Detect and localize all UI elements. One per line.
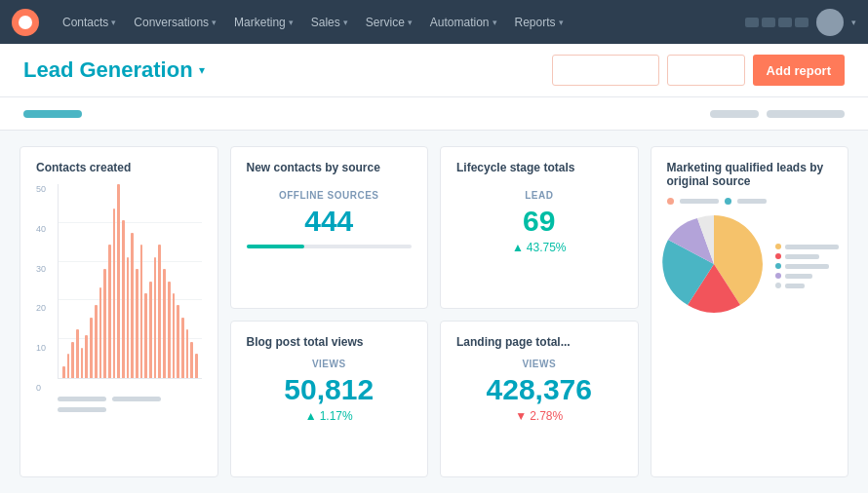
bar — [71, 342, 74, 378]
nav-app-switcher[interactable] — [745, 18, 809, 27]
chevron-down-icon: ▾ — [851, 18, 856, 27]
blog-sub-label: VIEWS — [247, 359, 413, 369]
legend-dot — [725, 198, 731, 205]
contacts-created-title: Contacts created — [36, 161, 202, 174]
legend-item — [775, 263, 839, 269]
bar — [95, 305, 98, 378]
pie-chart-container — [667, 210, 833, 318]
page-title: Lead Generation — [23, 57, 193, 83]
hubspot-logo[interactable] — [12, 9, 39, 36]
legend-item — [775, 273, 839, 279]
bar — [76, 329, 79, 378]
bar — [113, 209, 116, 378]
bar — [144, 293, 147, 378]
bar — [163, 269, 166, 378]
y-axis: 50 40 30 20 10 0 — [36, 184, 54, 393]
bar — [131, 233, 134, 378]
bar — [90, 318, 93, 378]
bar — [99, 287, 102, 378]
filter-bar — [0, 97, 868, 131]
blog-title: Blog post total views — [247, 335, 413, 349]
legend-item — [775, 283, 839, 288]
contacts-created-card: Contacts created 50 40 30 20 10 0 — [20, 146, 218, 477]
navbar: Contacts ▾ Conversations ▾ Marketing ▾ S… — [0, 0, 868, 44]
filter-option-1 — [710, 110, 759, 118]
legend-dot — [775, 263, 781, 269]
legend-dot — [775, 283, 781, 288]
new-contacts-sub-label: OFFLINE SOURCES — [247, 190, 413, 201]
filter-button[interactable] — [667, 55, 745, 86]
chevron-down-icon: ▾ — [559, 18, 564, 27]
chevron-down-icon: ▾ — [111, 18, 116, 27]
landing-title: Landing page total... — [456, 335, 622, 349]
add-report-button[interactable]: Add report — [753, 55, 845, 86]
nav-contacts[interactable]: Contacts ▾ — [55, 12, 124, 33]
new-contacts-bar — [247, 245, 413, 248]
bar — [108, 245, 111, 378]
blog-change: ▲ 1.17% — [247, 409, 413, 423]
legend-dot — [775, 253, 781, 259]
new-contacts-bar-fill — [247, 245, 304, 248]
header-actions: Add report — [552, 55, 845, 86]
bars-container — [62, 184, 198, 378]
chevron-down-icon: ▾ — [408, 18, 413, 27]
nav-automation[interactable]: Automation ▾ — [422, 12, 505, 33]
mql-title: Marketing qualified leads by original so… — [667, 161, 833, 188]
filter-right-pills — [710, 110, 845, 118]
legend-item — [775, 253, 839, 259]
page-header: Lead Generation ▾ Add report — [0, 44, 868, 97]
bar — [158, 245, 161, 378]
new-contacts-value: 444 — [247, 205, 413, 237]
avatar[interactable] — [816, 9, 844, 36]
bar — [195, 354, 198, 378]
bar — [149, 282, 152, 379]
chevron-down-icon[interactable]: ▾ — [199, 63, 205, 77]
nav-reports[interactable]: Reports ▾ — [507, 12, 572, 33]
nav-right: ▾ — [745, 9, 856, 36]
filter-active-pill — [23, 110, 82, 118]
chevron-down-icon: ▾ — [289, 18, 294, 27]
filter-option-2 — [767, 110, 845, 118]
blog-card: Blog post total views VIEWS 50,812 ▲ 1.1… — [230, 321, 429, 477]
bar — [122, 220, 125, 378]
dashboard-grid: Contacts created 50 40 30 20 10 0 — [0, 131, 868, 493]
lifecycle-sub-label: LEAD — [456, 190, 622, 201]
bar — [181, 318, 184, 378]
nav-items: Contacts ▾ Conversations ▾ Marketing ▾ S… — [55, 12, 730, 33]
mql-legend — [775, 244, 839, 292]
bar — [186, 329, 189, 378]
new-contacts-title: New contacts by source — [247, 161, 413, 174]
lifecycle-value: 69 — [456, 205, 622, 237]
bar-chart: 50 40 30 20 10 0 — [36, 184, 202, 412]
bar — [62, 366, 65, 378]
bar — [168, 282, 171, 379]
date-range-button[interactable] — [552, 55, 659, 86]
nav-marketing[interactable]: Marketing ▾ — [226, 12, 301, 33]
bar — [190, 342, 193, 378]
landing-value: 428,376 — [456, 373, 622, 405]
pie-chart — [660, 210, 768, 318]
landing-change: ▼ 2.78% — [456, 409, 622, 423]
arrow-up-icon: ▲ — [305, 409, 317, 423]
mql-card: Marketing qualified leads by original so… — [651, 146, 849, 477]
bar — [136, 269, 138, 378]
legend-dot — [667, 198, 674, 205]
nav-sales[interactable]: Sales ▾ — [303, 12, 356, 33]
legend-dot — [775, 244, 781, 249]
page-title-wrap: Lead Generation ▾ — [23, 57, 205, 83]
legend-dot — [775, 273, 781, 279]
bar — [173, 293, 176, 378]
legend-item — [775, 244, 839, 249]
lifecycle-card: Lifecycle stage totals LEAD 69 ▲ 43.75% — [440, 146, 639, 309]
landing-card: Landing page total... VIEWS 428,376 ▼ 2.… — [440, 321, 639, 477]
bar — [81, 348, 84, 378]
nav-service[interactable]: Service ▾ — [358, 12, 420, 33]
blog-value: 50,812 — [247, 373, 413, 405]
bar — [117, 184, 120, 378]
bar — [103, 269, 106, 378]
nav-conversations[interactable]: Conversations ▾ — [126, 12, 224, 33]
landing-sub-label: VIEWS — [456, 359, 622, 369]
chevron-down-icon: ▾ — [493, 18, 497, 27]
new-contacts-card: New contacts by source OFFLINE SOURCES 4… — [230, 146, 429, 309]
chart-area — [58, 184, 202, 379]
